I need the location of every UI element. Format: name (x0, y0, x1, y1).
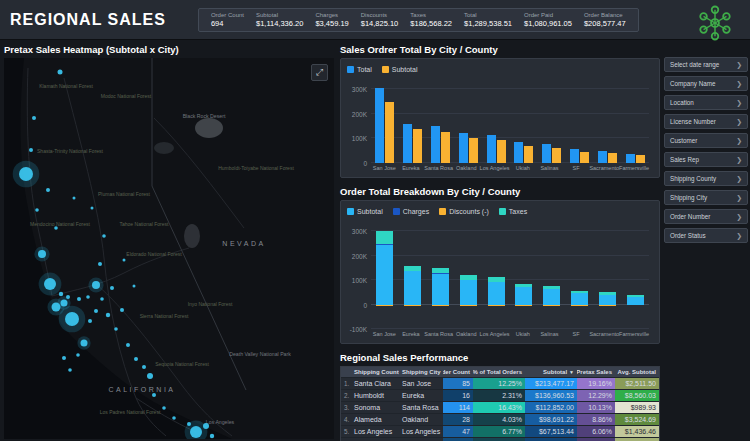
order-count-cell: 114 (443, 402, 473, 413)
kpi-taxes: Taxes$186,568.22 (404, 12, 458, 28)
kpi-label: Subtotal (256, 12, 303, 18)
kpi-strip: Order Count694Subtotal$1,114,336.20Charg… (198, 8, 639, 32)
x-label-san-jose: San Jose (371, 163, 398, 174)
taxes-segment (571, 291, 588, 293)
filter-license-number[interactable]: License Number❯ (664, 114, 748, 129)
taxes-segment (488, 277, 505, 281)
chevron-icon: ❯ (736, 99, 742, 107)
table-row[interactable]: 5.Los AngelesLos Angeles476.77%$67,513.4… (341, 426, 659, 438)
kpi-value: $3,459.19 (315, 19, 348, 28)
shipping-county-cell: Sonoma (351, 402, 399, 413)
expand-icon: ⤢ (316, 67, 323, 78)
x-label-ukiah: Ukiah (510, 329, 537, 340)
stacked-bar (376, 219, 393, 329)
filter-customer[interactable]: Customer❯ (664, 133, 748, 148)
subtotal-bar (580, 152, 589, 163)
pretax-sales-cell: 8.86% (577, 414, 615, 425)
total-bar (570, 149, 579, 163)
filter-shipping-county[interactable]: Shipping County❯ (664, 171, 748, 186)
bar-group (570, 77, 589, 163)
total-bar (598, 151, 607, 163)
col-header-shipping-city[interactable]: Shipping City (399, 367, 443, 377)
order-breakdown-chart[interactable]: SubtotalChargesDiscounts (-)Taxes-100K01… (340, 200, 660, 344)
shipping-city-cell: Los Angeles (399, 426, 443, 437)
kpi-charges: Charges$3,459.19 (309, 12, 354, 28)
subtotal-segment (376, 244, 393, 305)
filter-label: Sales Rep (670, 156, 699, 163)
filter-sales-rep[interactable]: Sales Rep❯ (664, 152, 748, 167)
x-label-santa-rosa: Santa Rosa (424, 163, 453, 174)
sales-order-total-chart[interactable]: TotalSubtotal0100K200K300KSan JoseEureka… (340, 58, 660, 178)
filter-company-name[interactable]: Company Name❯ (664, 76, 748, 91)
heatmap-panel: Pretax Sales Heatmap (Subtotal x City) K… (4, 44, 334, 439)
filter-sidebar: Select date range❯Company Name❯Location❯… (664, 57, 748, 243)
map-fullscreen-button[interactable]: ⤢ (311, 64, 328, 81)
sales-heatmap-map[interactable]: Klamath National ForestModoc National Fo… (4, 58, 334, 439)
y-tick-label: 300K (352, 228, 367, 235)
table-row[interactable]: 2.HumboldtEureka162.31%$136,960.5312.29%… (341, 390, 659, 402)
table-row[interactable]: 3.SonomaSanta Rosa11416.43%$112,852.0010… (341, 402, 659, 414)
row-rank: 5. (341, 426, 351, 437)
brand-logo-icon (688, 1, 742, 45)
x-label-farmersville: Farmersville (619, 163, 649, 174)
svg-text:Plumas National Forest: Plumas National Forest (98, 191, 151, 197)
col-header-avg-subtotal[interactable]: Avg. Subtotal (615, 367, 659, 377)
filter-select-date-range[interactable]: Select date range❯ (664, 57, 748, 72)
total-bar (431, 126, 440, 163)
bar-slot-oakland (454, 219, 482, 329)
kpi-value: $14,825.10 (361, 19, 399, 28)
kpi-value: $1,289,538.51 (464, 19, 512, 28)
bar-slot-eureka (399, 219, 427, 329)
chevron-icon: ❯ (736, 213, 742, 221)
stacked-bar (488, 219, 505, 329)
svg-text:Sierra National Forest: Sierra National Forest (140, 313, 189, 319)
order-count-cell: 28 (443, 414, 473, 425)
row-rank: 1. (341, 378, 351, 389)
col-header-order-count[interactable]: Order Count (443, 367, 473, 377)
y-tick-label: 200K (352, 252, 367, 259)
subtotal-segment (432, 274, 449, 305)
row-rank: 3. (341, 402, 351, 413)
x-label-oakland: Oakland (453, 329, 480, 340)
filter-order-status[interactable]: Order Status❯ (664, 228, 748, 243)
bar-group (431, 77, 450, 163)
row-rank: 4. (341, 414, 351, 425)
bar-group (487, 77, 506, 163)
table-row[interactable]: 4.AlamedaOakland284.03%$98,691.228.86%$3… (341, 414, 659, 426)
col-header-pretax-sales[interactable]: % Pretax Sales (577, 367, 615, 377)
map-panel-title: Pretax Sales Heatmap (Subtotal x City) (4, 44, 334, 55)
x-label-sacramento: Sacramento (589, 163, 619, 174)
bar-chart-title: Sales Ordrer Total By City / County (340, 44, 660, 55)
plot-area: -100K0100K200K300K (371, 219, 649, 329)
legend-swatch (347, 208, 354, 215)
total-bar (375, 88, 384, 163)
y-tick-label: 0 (363, 160, 367, 167)
bar-slot-ukiah (510, 77, 538, 163)
bar-slot-ukiah (510, 219, 538, 329)
x-label-salinas: Salinas (536, 163, 563, 174)
filter-order-number[interactable]: Order Number❯ (664, 209, 748, 224)
col-header-subtotal[interactable]: Subtotal▼ (525, 367, 577, 377)
bar-slot-sacramento (593, 219, 621, 329)
x-label-sf: SF (563, 163, 590, 174)
legend-label: Subtotal (357, 208, 383, 215)
legend-item-taxes: Taxes (499, 208, 527, 215)
kpi-discounts: Discounts$14,825.10 (355, 12, 405, 28)
subtotal-bar (385, 102, 394, 163)
map-canvas: Klamath National ForestModoc National Fo… (4, 58, 334, 439)
shipping-county-cell: Los Angeles (351, 426, 399, 437)
col-header-of-total-orders[interactable]: % of Total Orders (473, 367, 525, 377)
avg-subtotal-cell: $8,560.03 (615, 390, 659, 401)
filter-shipping-city[interactable]: Shipping City❯ (664, 190, 748, 205)
x-label-sf: SF (563, 329, 590, 340)
chevron-icon: ❯ (736, 118, 742, 126)
svg-text:Mendocino National Forest: Mendocino National Forest (30, 221, 90, 227)
filter-location[interactable]: Location❯ (664, 95, 748, 110)
table-row[interactable]: 1.Santa ClaraSan Jose8512.25%$213,477.17… (341, 378, 659, 390)
taxes-segment (515, 284, 532, 288)
plot: 0100K200K300K (371, 77, 649, 163)
svg-text:Los Padres National Forest: Los Padres National Forest (100, 409, 161, 415)
kpi-value: 694 (211, 19, 244, 28)
x-label-los-angeles: Los Angeles (480, 329, 510, 340)
col-header-shipping-county[interactable]: Shipping County (351, 367, 399, 377)
